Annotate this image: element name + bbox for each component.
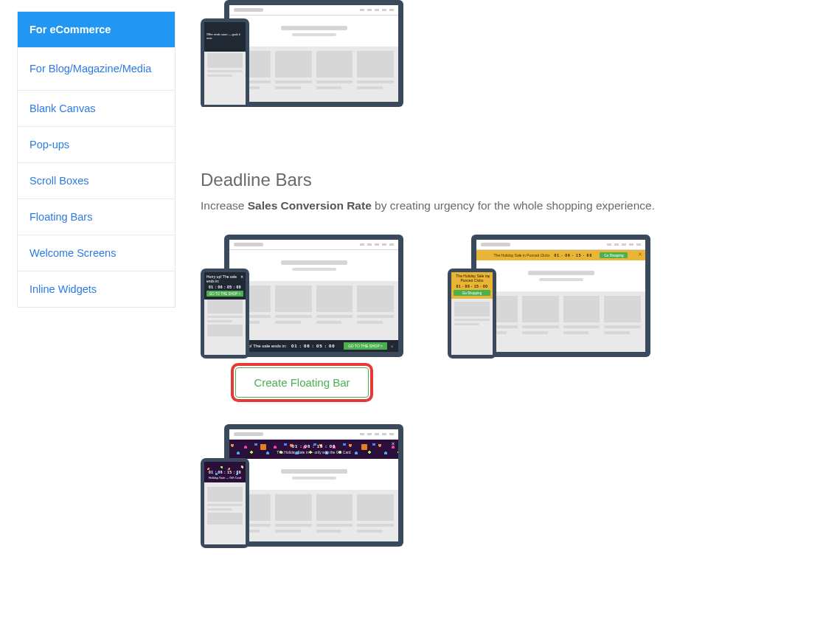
close-icon: ✕	[487, 274, 490, 279]
preview-bar-timer: 01 : 06 : 15 : 00	[292, 444, 336, 449]
close-icon: ✕	[391, 441, 395, 447]
preview-mob-text: The Holiday Sale in Poncett Clubs	[454, 274, 490, 283]
section-desc-c: by creating urgency for the whole shoppi…	[372, 199, 655, 212]
create-floating-bar-button[interactable]: Create Floating Bar	[235, 367, 368, 398]
sidebar-item-floating-bars[interactable]: Floating Bars	[18, 199, 175, 235]
section-desc-a: Increase	[201, 199, 248, 212]
preview-bar-timer: 01 : 06 : 05 : 00	[291, 344, 336, 348]
sidebar-item-ecommerce[interactable]: For eCommerce	[18, 12, 175, 48]
preview-bar-cta: Go Shopping	[600, 252, 628, 258]
preview-mob-text: Hurry up! The sale ends in:	[206, 274, 240, 283]
preview-bar-text: The Holiday Sale in — only with the Gift…	[277, 450, 350, 454]
preview-mob-text: Holiday Sale — Gift Card	[206, 476, 243, 479]
section-description: Increase Sales Conversion Rate by creati…	[201, 199, 805, 212]
template-card-deadline-dark[interactable]: Hurry up! The sale ends in: 01 : 06 : 05…	[201, 235, 403, 402]
sidebar-item-inline-widgets[interactable]: Inline Widgets	[18, 271, 175, 307]
section-title-deadline-bars: Deadline Bars	[201, 170, 805, 190]
sidebar-item-blank-canvas[interactable]: Blank Canvas	[18, 91, 175, 127]
template-card-deadline-gold[interactable]: The Holiday Sale in Poncett Clubs 01 · 0…	[448, 235, 650, 357]
gift-icon	[260, 444, 266, 450]
close-icon: ✕	[390, 344, 394, 349]
sidebar-item-scroll-boxes[interactable]: Scroll Boxes	[18, 163, 175, 199]
preview-bar-timer: 01 · 06 · 15 · 00	[554, 253, 592, 257]
highlighted-cta-wrap: Create Floating Bar	[231, 363, 372, 402]
preview-mob-timer: 01 : 06 : 05 : 00	[206, 285, 243, 289]
close-icon: ✕	[638, 252, 642, 257]
sidebar-item-popups[interactable]: Pop-ups	[18, 127, 175, 163]
preview-mob-timer: 01 : 06 : 15 : 00	[206, 470, 243, 474]
preview-bar-text: The Holiday Sale in Poncett Clubs	[494, 253, 550, 257]
preview-mob-timer: 01 · 06 · 15 · 00	[454, 284, 490, 288]
preview-mob-cta: Go Shopping	[454, 290, 490, 296]
section-desc-bold: Sales Conversion Rate	[248, 199, 372, 212]
preview-bar-cta: GO TO THE SHOP >	[344, 342, 387, 350]
template-card-deadline-confetti[interactable]: 01 : 06 : 15 : 00 The Holiday Sale in — …	[201, 424, 403, 547]
sidebar-item-blog[interactable]: For Blog/Magazine/Media	[18, 48, 175, 91]
close-icon: ✕	[240, 464, 243, 468]
sidebar-nav: For eCommerce For Blog/Magazine/Media Bl…	[17, 11, 176, 308]
sidebar-item-welcome-screens[interactable]: Welcome Screens	[18, 235, 175, 271]
preview-mob-cta: GO TO THE SHOP >	[206, 291, 243, 297]
gift-icon	[361, 444, 367, 450]
close-icon: ✕	[240, 274, 243, 283]
